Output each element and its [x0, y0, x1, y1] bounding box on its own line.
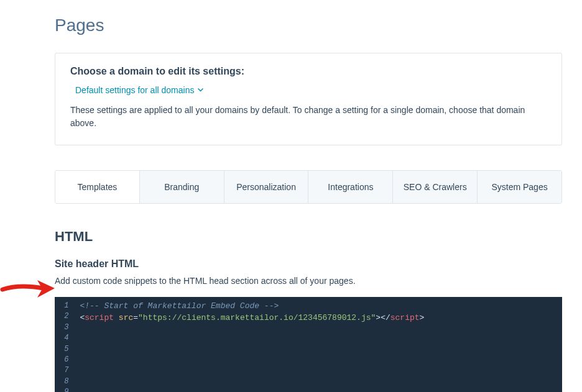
tab-branding[interactable]: Branding [140, 171, 224, 203]
tab-templates[interactable]: Templates [55, 171, 140, 203]
tab-system-pages[interactable]: System Pages [478, 171, 561, 203]
code-content[interactable]: <!-- Start of Markettailor Embed Code --… [73, 297, 562, 392]
panel-description: These settings are applied to all your d… [70, 104, 547, 130]
tab-personalization[interactable]: Personalization [224, 171, 309, 203]
site-header-desc: Add custom code snippets to the HTML hea… [55, 276, 562, 286]
site-header-subtitle: Site header HTML [55, 258, 562, 270]
tabs-bar: TemplatesBrandingPersonalizationIntegrat… [55, 170, 562, 204]
tab-integrations[interactable]: Integrations [308, 171, 393, 203]
caret-down-icon [198, 88, 203, 92]
domain-select-label: Default settings for all domains [75, 85, 194, 95]
domain-select-dropdown[interactable]: Default settings for all domains [75, 85, 203, 95]
html-section-title: HTML [55, 229, 562, 245]
code-gutter: 12345678910 [55, 297, 73, 392]
domain-settings-panel: Choose a domain to edit its settings: De… [55, 53, 562, 145]
code-editor[interactable]: 12345678910 <!-- Start of Markettailor E… [55, 297, 562, 392]
panel-title: Choose a domain to edit its settings: [70, 66, 547, 77]
tab-seo-crawlers[interactable]: SEO & Crawlers [393, 171, 478, 203]
page-title: Pages [55, 16, 562, 35]
